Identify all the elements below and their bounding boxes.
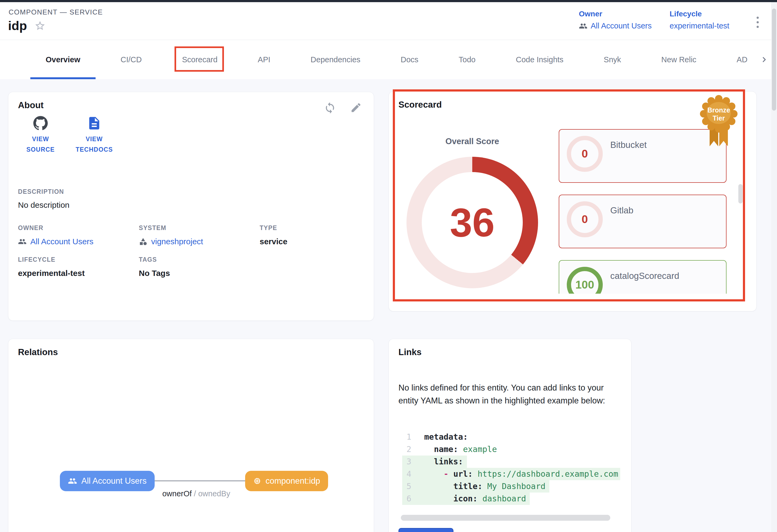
chip-icon bbox=[253, 477, 261, 485]
refresh-button[interactable] bbox=[324, 102, 336, 114]
people-icon bbox=[18, 237, 27, 246]
tab-docs[interactable]: Docs bbox=[401, 40, 418, 79]
overall-score-label: Overall Score bbox=[407, 137, 538, 146]
system-field-label: SYSTEM bbox=[139, 224, 166, 232]
about-title: About bbox=[18, 100, 43, 110]
top-accent-bar bbox=[0, 0, 777, 2]
header-lifecycle-block: Lifecycle experimental-test bbox=[670, 10, 729, 30]
tags-field-value: No Tags bbox=[139, 269, 170, 278]
owner-field-label: OWNER bbox=[18, 224, 43, 232]
tags-field-label: TAGS bbox=[139, 256, 157, 263]
code-line-highlighted: 3 links: bbox=[402, 455, 620, 468]
kebab-menu-button[interactable] bbox=[755, 15, 760, 29]
type-field-label: TYPE bbox=[260, 224, 277, 232]
code-line-highlighted: 5 title: My Dashboard bbox=[402, 480, 620, 493]
tab-snyk[interactable]: Snyk bbox=[604, 40, 621, 79]
tab-todo[interactable]: Todo bbox=[459, 40, 475, 79]
description-label: DESCRIPTION bbox=[18, 188, 64, 195]
tab-overview[interactable]: Overview bbox=[46, 40, 80, 79]
breadcrumb: COMPONENT — SERVICE bbox=[9, 8, 103, 16]
score-ring: 0 bbox=[567, 136, 603, 172]
tabs-overflow-chevron-icon[interactable] bbox=[759, 54, 770, 65]
favorite-star-icon[interactable] bbox=[34, 20, 46, 31]
relations-title: Relations bbox=[18, 347, 58, 357]
about-card: About VIEW SOURCE VIEW TECHDOCS DESCRIPT… bbox=[8, 92, 374, 321]
score-ring: 100 bbox=[567, 267, 603, 294]
tab-new-relic[interactable]: New Relic bbox=[661, 40, 696, 79]
tab-code-insights[interactable]: Code Insights bbox=[516, 40, 563, 79]
scorecard-title: Scorecard bbox=[399, 100, 442, 110]
score-ring: 0 bbox=[567, 201, 603, 237]
code-line-highlighted: 4 - url: https://dashboard.example.com bbox=[402, 468, 620, 480]
relations-card: Relations All Account Users component:id… bbox=[8, 339, 374, 532]
owner-link[interactable]: All Account Users bbox=[579, 21, 652, 30]
check-card-catalog-scorecard[interactable]: 100 catalogScorecard bbox=[559, 260, 727, 294]
code-line: 2 name: example bbox=[402, 443, 620, 455]
owner-value: All Account Users bbox=[591, 21, 652, 30]
people-icon bbox=[68, 477, 77, 486]
system-field-link[interactable]: vigneshproject bbox=[139, 237, 203, 246]
lifecycle-value: experimental-test bbox=[670, 21, 729, 30]
scorecard-scrollbar-thumb[interactable] bbox=[738, 184, 743, 204]
links-action-button-partial[interactable] bbox=[399, 528, 453, 532]
svg-text:Bronze: Bronze bbox=[707, 106, 730, 114]
scorecard-card: Scorecard Bronze Tier Overall Score 36 0… bbox=[388, 91, 757, 311]
lifecycle-label: Lifecycle bbox=[670, 10, 729, 18]
page-scrollbar-thumb[interactable] bbox=[772, 9, 776, 111]
tab-dependencies[interactable]: Dependencies bbox=[311, 40, 360, 79]
lifecycle-field-value: experimental-test bbox=[18, 269, 85, 278]
header-divider bbox=[0, 40, 777, 40]
relation-edge-label: ownerOf / ownedBy bbox=[124, 489, 269, 498]
view-source-link[interactable]: VIEW SOURCE bbox=[19, 116, 62, 155]
tab-api[interactable]: API bbox=[258, 40, 270, 79]
system-icon bbox=[139, 237, 147, 246]
overall-score-gauge: 36 bbox=[407, 157, 538, 288]
type-field-value: service bbox=[260, 237, 287, 246]
bronze-tier-badge: Bronze Tier bbox=[700, 94, 738, 151]
description-value: No description bbox=[18, 201, 70, 210]
yaml-code-block: 1metadata: 2 name: example 3 links: 4 - … bbox=[402, 431, 620, 505]
techdocs-icon bbox=[87, 116, 102, 131]
owner-label: Owner bbox=[579, 10, 652, 18]
tab-cicd[interactable]: CI/CD bbox=[121, 40, 142, 79]
owner-field-link[interactable]: All Account Users bbox=[18, 237, 93, 246]
view-techdocs-label: VIEW TECHDOCS bbox=[73, 134, 116, 155]
relation-node-owner[interactable]: All Account Users bbox=[60, 471, 155, 491]
tab-scorecard[interactable]: Scorecard bbox=[182, 40, 217, 79]
overall-score-value: 36 bbox=[450, 200, 495, 246]
code-line-highlighted: 6 icon: dashboard bbox=[402, 493, 620, 505]
scorecard-checks-list: 0 Bitbucket 0 Gitlab 100 catalogScorecar… bbox=[559, 129, 727, 294]
relation-node-component[interactable]: component:idp bbox=[245, 471, 328, 491]
lifecycle-field-label: LIFECYCLE bbox=[18, 256, 55, 263]
code-horizontal-scrollbar[interactable] bbox=[401, 515, 610, 521]
people-icon bbox=[579, 22, 587, 30]
header-owner-block: Owner All Account Users bbox=[579, 10, 652, 30]
relation-edge-line bbox=[149, 481, 245, 481]
view-techdocs-link[interactable]: VIEW TECHDOCS bbox=[73, 116, 116, 155]
page-title: idp bbox=[8, 18, 27, 33]
svg-text:Tier: Tier bbox=[712, 114, 725, 122]
active-tab-underline bbox=[30, 77, 96, 79]
github-icon bbox=[33, 116, 48, 131]
tab-ad-truncated[interactable]: AD bbox=[737, 40, 749, 79]
tab-bar: Overview CI/CD Scorecard API Dependencie… bbox=[0, 40, 777, 79]
view-source-label: VIEW SOURCE bbox=[19, 134, 62, 155]
entity-title-row: idp bbox=[8, 18, 46, 33]
code-line: 1metadata: bbox=[402, 431, 620, 443]
links-card: Links No links defined for this entity. … bbox=[388, 339, 632, 532]
check-card-gitlab[interactable]: 0 Gitlab bbox=[559, 194, 727, 248]
links-title: Links bbox=[399, 347, 422, 357]
edit-button[interactable] bbox=[350, 102, 362, 114]
links-empty-text: No links defined for this entity. You ca… bbox=[399, 381, 621, 407]
